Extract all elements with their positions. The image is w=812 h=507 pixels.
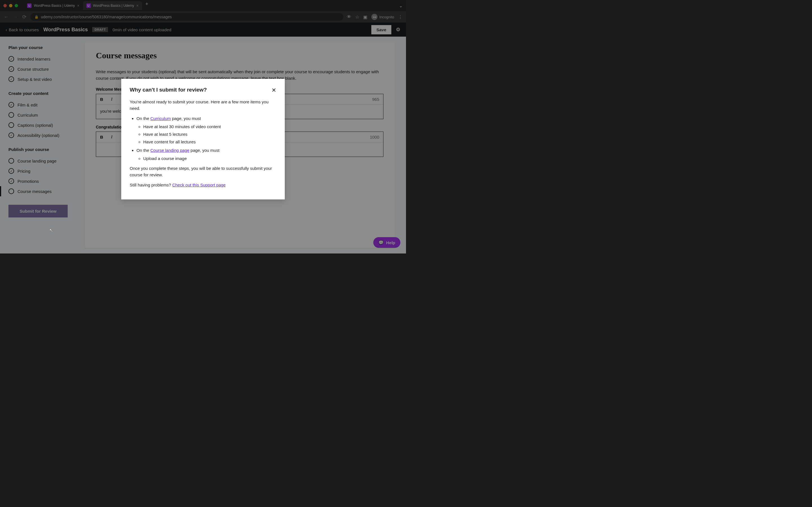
- url-text: udemy.com/instructor/course/5063180/mana…: [41, 15, 172, 19]
- support-page-link[interactable]: Check out this Support page: [172, 182, 225, 187]
- help-label: Help: [386, 240, 395, 245]
- sidebar-item-course-landing[interactable]: Course landing page: [8, 156, 79, 166]
- modal-item: On the Curriculum page, you must Have at…: [137, 115, 276, 145]
- sidebar-item-captions[interactable]: Captions (optional): [8, 120, 79, 130]
- new-tab-button[interactable]: +: [142, 1, 152, 10]
- app-header: ‹ Back to courses WordPress Basics DRAFT…: [0, 22, 406, 37]
- incognito-icon: 🕶: [371, 14, 377, 20]
- sidebar-item-course-messages[interactable]: Course messages: [8, 186, 79, 196]
- check-circle-icon: [8, 132, 14, 138]
- window-minimize-button[interactable]: [9, 4, 12, 7]
- save-button[interactable]: Save: [371, 25, 391, 34]
- sidebar-section-heading: Plan your course: [8, 45, 79, 50]
- sidebar-item-label: Course structure: [17, 67, 49, 71]
- char-count: 1000: [366, 132, 383, 142]
- window-close-button[interactable]: [3, 4, 7, 7]
- sidebar-section-heading: Create your content: [8, 91, 79, 96]
- check-circle-icon: [8, 56, 14, 62]
- sidebar-item-pricing[interactable]: Pricing: [8, 166, 79, 176]
- eye-off-icon[interactable]: 👁: [347, 14, 351, 19]
- sidebar-item-promotions[interactable]: Promotions: [8, 176, 79, 186]
- udemy-favicon: U: [27, 3, 32, 8]
- sidebar-item-setup-test-video[interactable]: Setup & test video: [8, 74, 79, 84]
- check-circle-icon: [8, 178, 14, 184]
- chat-icon: 💬: [378, 240, 384, 245]
- sidebar-item-label: Setup & test video: [17, 77, 52, 82]
- sidebar-item-label: Film & edit: [17, 103, 38, 107]
- nav-forward-button[interactable]: →: [12, 14, 18, 20]
- modal-subitem: Have content for all lectures: [143, 138, 276, 145]
- sidebar-item-label: Captions (optional): [17, 123, 53, 128]
- tab-title: WordPress Basics | Udemy: [93, 4, 134, 8]
- upload-status: 0min of video content uploaded: [112, 27, 171, 32]
- italic-button[interactable]: I: [107, 132, 116, 142]
- modal-close-button[interactable]: ✕: [271, 87, 276, 94]
- back-label: Back to courses: [9, 27, 39, 32]
- incognito-badge[interactable]: 🕶 Incognito: [371, 14, 394, 20]
- panel-icon[interactable]: ▣: [363, 14, 367, 20]
- tab-close-icon[interactable]: ×: [136, 3, 139, 8]
- tab-close-icon[interactable]: ×: [77, 3, 80, 8]
- modal-subitem: Have at least 5 lectures: [143, 131, 276, 137]
- browser-titlebar: U WordPress Basics | Udemy × U WordPress…: [0, 0, 406, 11]
- bookmark-icon[interactable]: ☆: [355, 14, 359, 20]
- curriculum-link[interactable]: Curriculum: [150, 116, 171, 121]
- modal-once-complete: Once you complete these steps, you will …: [130, 165, 276, 178]
- submit-review-modal: Why can't I submit for review? ✕ You're …: [121, 79, 285, 200]
- char-count: 965: [368, 94, 383, 105]
- sidebar-item-course-structure[interactable]: Course structure: [8, 64, 79, 74]
- menu-icon[interactable]: ⋮: [398, 14, 403, 20]
- udemy-favicon: U: [86, 3, 91, 8]
- page-title: Course messages: [96, 51, 384, 60]
- nav-back-button[interactable]: ←: [3, 14, 9, 20]
- incognito-label: Incognito: [379, 15, 394, 19]
- sidebar-item-label: Promotions: [17, 179, 39, 184]
- empty-circle-icon: [8, 122, 14, 128]
- back-to-courses-link[interactable]: ‹ Back to courses: [6, 27, 39, 32]
- submit-for-review-button[interactable]: Submit for Review: [8, 205, 68, 217]
- browser-tab[interactable]: U WordPress Basics | Udemy ×: [83, 1, 142, 10]
- address-bar[interactable]: 🔒 udemy.com/instructor/course/5063180/ma…: [31, 13, 343, 21]
- gear-icon[interactable]: ⚙: [396, 26, 400, 33]
- check-circle-icon: [8, 76, 14, 82]
- bold-button[interactable]: B: [96, 94, 107, 105]
- modal-subitem: Upload a course image: [143, 155, 276, 162]
- modal-title: Why can't I submit for review?: [130, 87, 207, 93]
- chevron-left-icon: ‹: [6, 27, 7, 32]
- lock-icon: 🔒: [35, 15, 39, 19]
- sidebar-item-accessibility[interactable]: Accessibility (optional): [8, 130, 79, 140]
- tab-title: WordPress Basics | Udemy: [34, 4, 75, 8]
- empty-circle-icon: [8, 188, 14, 194]
- check-circle-icon: [8, 66, 14, 72]
- italic-button[interactable]: I: [107, 94, 116, 105]
- sidebar-section-heading: Publish your course: [8, 147, 79, 152]
- check-circle-icon: [8, 168, 14, 174]
- sidebar-item-label: Accessibility (optional): [17, 133, 59, 138]
- check-circle-icon: [8, 102, 14, 108]
- sidebar-item-label: Course landing page: [17, 159, 56, 163]
- modal-intro: You're almost ready to submit your cours…: [130, 99, 276, 112]
- window-maximize-button[interactable]: [15, 4, 18, 7]
- modal-still-having: Still having problems? Check out this Su…: [130, 182, 276, 188]
- sidebar-item-film-edit[interactable]: Film & edit: [8, 100, 79, 110]
- empty-circle-icon: [8, 158, 14, 164]
- sidebar-item-label: Course messages: [17, 189, 52, 194]
- sidebar: Plan your course Intended learners Cours…: [0, 37, 79, 253]
- browser-tab[interactable]: U WordPress Basics | Udemy ×: [24, 1, 83, 10]
- sidebar-item-intended-learners[interactable]: Intended learners: [8, 54, 79, 64]
- empty-circle-icon: [8, 112, 14, 118]
- status-badge: DRAFT: [92, 27, 108, 32]
- modal-subitem: Have at least 30 minutes of video conten…: [143, 123, 276, 130]
- course-title: WordPress Basics: [43, 27, 88, 33]
- sidebar-item-label: Pricing: [17, 169, 31, 173]
- bold-button[interactable]: B: [96, 132, 107, 142]
- sidebar-item-curriculum[interactable]: Curriculum: [8, 110, 79, 120]
- modal-item: On the Course landing page page, you mus…: [137, 147, 276, 162]
- landing-page-link[interactable]: Course landing page: [150, 148, 189, 153]
- nav-reload-button[interactable]: ⟳: [21, 14, 27, 20]
- chevron-down-icon[interactable]: ⌄: [399, 3, 403, 8]
- help-button[interactable]: 💬 Help: [373, 237, 400, 248]
- sidebar-item-label: Intended learners: [17, 57, 50, 61]
- sidebar-item-label: Curriculum: [17, 113, 38, 117]
